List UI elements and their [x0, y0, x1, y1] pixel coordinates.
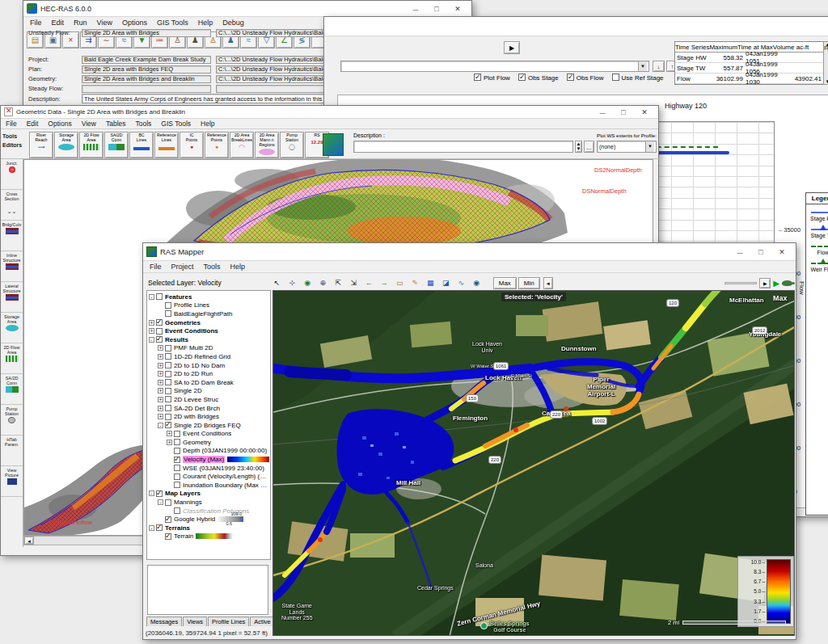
expand-toggle-icon[interactable]: -: [158, 423, 163, 428]
step-forward-icon[interactable]: ▶: [759, 278, 771, 288]
slow-speed-turtle-icon[interactable]: [782, 280, 792, 286]
tree-item[interactable]: + Geometries: [149, 318, 270, 327]
tree-item[interactable]: BaldEagleFlightPath: [158, 309, 270, 318]
plot-ws-profile-select[interactable]: (none) ▼: [597, 141, 657, 153]
geometry-tool-button[interactable]: BC Lines: [129, 132, 154, 158]
geometry-editor-button[interactable]: Brdg/Culv: [1, 221, 23, 251]
geometry-editor-button[interactable]: View Picture: [1, 466, 23, 497]
layer-label[interactable]: 1D-2D Refined Grid: [174, 353, 230, 360]
geo-description-spinner[interactable]: ▲▼: [575, 141, 582, 153]
maximize-icon[interactable]: [613, 108, 634, 116]
layer-label[interactable]: 2D to 2D Run: [174, 370, 213, 377]
column-header[interactable]: Maximum: [709, 44, 737, 51]
layer-checkbox[interactable]: [156, 336, 163, 343]
geometry-editor-button[interactable]: 2D Flow Area: [1, 343, 23, 374]
geometry-editor-button[interactable]: Lateral Structure: [1, 282, 23, 313]
layer-checkbox[interactable]: [156, 524, 163, 531]
field-name-value[interactable]: Bald Eagle Creek Example Dam Break Study: [82, 56, 211, 64]
map-view[interactable]: Lock HavenLock Haven UnivDunnstownPiper …: [272, 290, 795, 636]
globe-icon[interactable]: ◉: [301, 277, 315, 289]
expand-toggle-icon[interactable]: +: [158, 388, 163, 394]
back-icon[interactable]: ←: [362, 277, 376, 289]
checkbox-icon[interactable]: [612, 74, 619, 81]
layer-checkbox[interactable]: [165, 388, 171, 394]
expand-toggle-icon[interactable]: [167, 457, 172, 462]
max-button[interactable]: Max: [493, 277, 517, 289]
checkbox-icon[interactable]: [567, 74, 574, 81]
layer-label[interactable]: Map Layers: [165, 490, 201, 497]
profile-line-icon[interactable]: ∿: [454, 277, 468, 289]
menu-item[interactable]: View: [97, 19, 112, 27]
messages-panel[interactable]: [147, 565, 268, 615]
expand-toggle-icon[interactable]: +: [158, 345, 163, 351]
layer-label[interactable]: 2D to 1D No Dam: [174, 362, 225, 369]
tree-item[interactable]: + Geometry: [167, 438, 270, 447]
table-row[interactable]: Flow 36102.99 04Jan1999 1030 43902.41: [675, 74, 824, 84]
zoom-extents-icon[interactable]: ⇲: [347, 277, 361, 289]
layer-label[interactable]: Features: [165, 293, 192, 301]
expand-toggle-icon[interactable]: -: [149, 525, 154, 531]
tree-item[interactable]: - Single 2D Bridges FEQ: [158, 421, 270, 430]
layer-checkbox[interactable]: [174, 448, 180, 454]
measure-icon[interactable]: ▭: [393, 277, 407, 289]
minimize-icon[interactable]: [592, 108, 613, 116]
tree-item[interactable]: + Event Conditions: [149, 326, 270, 335]
layer-label[interactable]: Courant (Velocity/Length) (03JAN: [183, 473, 268, 480]
expand-toggle-icon[interactable]: +: [167, 431, 172, 436]
maximize-icon[interactable]: [426, 5, 447, 13]
layer-checkbox[interactable]: [174, 482, 180, 488]
plot-option-checkbox[interactable]: Obs Flow: [567, 74, 604, 82]
min-button[interactable]: Min: [518, 277, 540, 289]
layer-label[interactable]: SA to 2D Dam Break: [174, 379, 234, 386]
layer-label[interactable]: Inundation Boundary (Max Value_: [183, 482, 268, 489]
hydrograph-titlebar[interactable]: [324, 17, 828, 36]
hecras-titlebar[interactable]: HEC-RAS 6.0.0: [23, 1, 471, 17]
expand-toggle-icon[interactable]: [167, 508, 172, 514]
geometry-tool-button[interactable]: IC Points: [180, 132, 204, 158]
geometry-tool-button[interactable]: Storage Area: [54, 132, 78, 158]
layer-checkbox[interactable]: [165, 353, 171, 360]
panel-tab[interactable]: Profile Lines: [208, 617, 249, 626]
menu-item[interactable]: Options: [48, 120, 71, 128]
scroll-down-icon[interactable]: ▼: [824, 79, 828, 84]
panel-tab[interactable]: Views: [183, 617, 207, 626]
layer-checkbox[interactable]: [165, 414, 171, 420]
layer-label[interactable]: Event Conditions: [183, 430, 231, 437]
geometry-tool-button[interactable]: River Reach: [29, 132, 53, 158]
field-name-value[interactable]: Single 2D Area with Bridges: [82, 29, 211, 37]
layer-label[interactable]: Single 2D Bridges FEQ: [174, 422, 241, 429]
layer-label[interactable]: Single 2D: [174, 387, 202, 394]
tree-item[interactable]: - Mannings: [158, 498, 270, 507]
expand-toggle-icon[interactable]: +: [158, 371, 163, 377]
layer-checkbox[interactable]: [165, 533, 171, 540]
layer-label[interactable]: Profile Lines: [174, 301, 209, 309]
minimize-icon[interactable]: [822, 23, 828, 31]
layer-checkbox[interactable]: [165, 379, 171, 385]
edit-pen-icon[interactable]: ✎: [408, 277, 422, 289]
collapse-toolbar-icon[interactable]: ◄: [543, 277, 553, 289]
tree-item[interactable]: - Features: [149, 293, 270, 301]
layer-checkbox[interactable]: [165, 302, 171, 309]
expand-toggle-icon[interactable]: +: [149, 328, 154, 334]
expand-toggle-icon[interactable]: +: [149, 320, 154, 326]
expand-toggle-icon[interactable]: +: [158, 414, 163, 419]
field-name-value[interactable]: [82, 85, 211, 93]
pan-hand-icon[interactable]: ⊹: [285, 277, 299, 289]
menu-item[interactable]: Options: [122, 19, 147, 27]
pointer-icon[interactable]: ↖: [270, 277, 284, 289]
expand-toggle-icon[interactable]: -: [158, 499, 163, 505]
checkbox-icon[interactable]: [474, 74, 481, 81]
panel-tab[interactable]: Active: [250, 617, 274, 626]
menu-item[interactable]: View: [82, 120, 96, 128]
tree-item[interactable]: + 2D to 1D No Dam: [158, 361, 270, 370]
layer-label[interactable]: 2D with Bridges: [174, 413, 219, 420]
layer-checkbox[interactable]: [165, 362, 171, 368]
geometry-editor-button[interactable]: Cross Section: [1, 190, 23, 221]
geometry-editor-button[interactable]: Junct.: [1, 159, 23, 190]
tree-item[interactable]: + SA to 2D Dam Break: [158, 378, 270, 387]
geo-description-more-button[interactable]: ...: [584, 141, 594, 153]
tree-item[interactable]: + 1D-2D Refined Grid: [158, 352, 270, 361]
geo-description-field[interactable]: [353, 141, 573, 153]
select-region-icon[interactable]: ◪: [439, 277, 453, 289]
field-name-value[interactable]: Single 2D Area with Bridges and Breaklin: [82, 75, 211, 83]
